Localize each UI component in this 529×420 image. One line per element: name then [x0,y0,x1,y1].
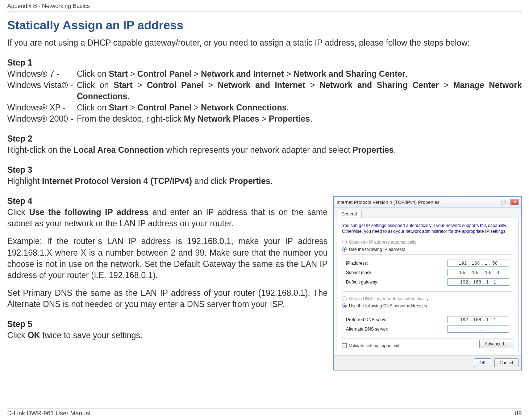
step-2: Step 2 Right-click on the Local Area Con… [7,134,522,156]
os-name: Windows® XP - [7,102,77,113]
advanced-button[interactable]: Advanced... [479,340,513,348]
step-4-p2: Example: If the router´s LAN IP address … [7,236,328,281]
dialog-titlebar: Internet Protocol Version 4 (TCP/IPv4) P… [334,197,521,208]
step-4-p1: Click Use the following IP address and e… [7,207,328,229]
default-gateway-label: Default gateway: [346,280,378,285]
radio-icon-selected [342,303,347,308]
radio-icon-selected [342,247,347,252]
step-2-label: Step 2 [7,134,522,144]
ip-address-label: IP address: [346,261,368,266]
ipv4-properties-dialog: Internet Protocol Version 4 (TCP/IPv4) P… [333,196,522,370]
ip-address-input[interactable]: 192 . 168 . 1 . 50 [447,260,509,267]
step-5-label: Step 5 [7,319,328,329]
os-instruction-row: Windows® 7 -Click on Start > Control Pan… [7,68,522,80]
radio-obtain-dns-auto: Obtain DNS server address automatically [342,296,513,301]
os-instruction: Click on Start > Control Panel > Network… [77,102,522,113]
os-name: Windows® 7 - [7,68,77,80]
page-header: Appendix B - Networking Basics [7,3,522,12]
checkbox-icon [342,343,347,348]
os-instruction-row: Windows® 2000 -From the desktop, right-c… [7,113,522,125]
dns-fields-group: Preferred DNS server: 192 . 168 . 1 . 1 … [342,311,513,339]
radio-use-dns-label: Use the following DNS server addresses: [349,303,428,308]
os-instruction: From the desktop, right-click My Network… [77,113,522,125]
step-1: Step 1 Windows® 7 -Click on Start > Cont… [7,58,522,125]
titlebar-buttons: ? ✕ [501,199,518,205]
tab-general[interactable]: General [337,210,362,218]
footer-manual-name: D-Link DWR-961 User Manual [7,410,91,417]
alternate-dns-input[interactable]: . . . [447,326,509,333]
step-3: Step 3 Highlight Internet Protocol Versi… [7,165,522,187]
alternate-dns-label: Alternate DNS server: [346,327,388,332]
dialog-title-text: Internet Protocol Version 4 (TCP/IPv4) P… [337,200,440,205]
os-instruction-row: Windows Vista® -Click on Start > Control… [7,80,522,102]
os-name: Windows Vista® - [7,80,77,102]
os-name: Windows® 2000 - [7,113,77,125]
dialog-description: You can get IP settings assigned automat… [342,223,513,234]
validate-label: Validate settings upon exit [349,343,399,348]
step-2-text: Right-click on the Local Area Connection… [7,144,522,156]
radio-use-ip[interactable]: Use the following IP address: [342,247,513,252]
radio-use-dns[interactable]: Use the following DNS server addresses: [342,303,513,308]
close-icon[interactable]: ✕ [511,199,518,205]
help-icon[interactable]: ? [501,199,509,205]
dialog-footer: OK Cancel [334,355,521,370]
step-1-label: Step 1 [7,58,522,68]
step-3-label: Step 3 [7,165,522,175]
os-instruction-row: Windows® XP -Click on Start > Control Pa… [7,102,522,113]
section-title: Statically Assign an IP address [7,18,522,32]
subnet-mask-input[interactable]: 255 . 255 . 255 . 0 [447,269,509,276]
step-5-text: Click OK twice to save your settings. [7,330,328,341]
preferred-dns-label: Preferred DNS server: [346,317,389,322]
radio-obtain-ip-label: Obtain an IP address automatically [349,240,416,245]
radio-obtain-dns-label: Obtain DNS server address automatically [349,296,429,301]
radio-icon [342,240,347,244]
os-instruction: Click on Start > Control Panel > Network… [77,80,522,102]
step-3-text: Highlight Internet Protocol Version 4 (T… [7,176,522,187]
footer-page-number: 89 [515,410,522,417]
cancel-button[interactable]: Cancel [494,358,518,367]
preferred-dns-input[interactable]: 192 . 168 . 1 . 1 [447,316,509,323]
dialog-tabs: General [334,208,521,218]
radio-icon-disabled [342,296,347,301]
subnet-mask-label: Subnet mask: [346,270,372,275]
page-footer: D-Link DWR-961 User Manual 89 [7,408,522,417]
ip-fields-group: IP address: 192 . 168 . 1 . 50 Subnet ma… [342,254,513,292]
os-instruction: Click on Start > Control Panel > Network… [77,68,522,80]
step-4-p3: Set Primary DNS the same as the LAN IP a… [7,287,328,310]
dialog-body: You can get IP settings assigned automat… [337,218,518,352]
radio-obtain-ip-auto[interactable]: Obtain an IP address automatically [342,240,513,245]
step-4: Step 4 Click Use the following IP addres… [7,196,328,310]
intro-text: If you are not using a DHCP capable gate… [7,37,522,49]
default-gateway-input[interactable]: 192 . 168 . 1 . 1 [447,278,509,286]
step-4-label: Step 4 [7,196,328,206]
step-5: Step 5 Click OK twice to save your setti… [7,319,328,341]
radio-use-ip-label: Use the following IP address: [349,247,405,252]
ok-button[interactable]: OK [474,358,491,367]
